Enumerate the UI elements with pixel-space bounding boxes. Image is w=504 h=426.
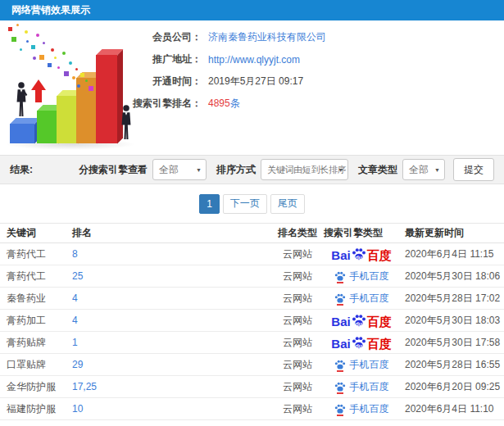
updated-cell: 2020年5月30日 17:58 [401, 336, 504, 350]
next-page-button[interactable]: 下一页 [223, 194, 267, 214]
baidu-logo-bai: Bai [331, 315, 350, 328]
rank-type-cell: 云网站 [273, 358, 322, 372]
rank-link[interactable]: 17,25 [72, 381, 97, 392]
mobile-baidu-badge: 手机百度 [334, 292, 389, 306]
header-rank: 排名 [70, 226, 273, 240]
updated-cell: 2020年6月4日 11:15 [401, 247, 504, 261]
keyword-cell: 膏药代工 [0, 270, 70, 283]
updated-cell: 2020年5月28日 17:02 [401, 292, 504, 306]
mobile-baidu-label: 手机百度 [350, 402, 389, 416]
businessman-figure-left [15, 81, 28, 124]
bar-red [96, 55, 117, 143]
mobile-baidu-label: 手机百度 [350, 270, 389, 283]
confetti-dot [75, 68, 78, 70]
mobile-baidu-label: 手机百度 [350, 380, 389, 394]
rank-type-cell: 云网站 [273, 247, 322, 261]
confetti-dot [11, 37, 16, 42]
article-type-select[interactable]: 全部 ▼ [402, 159, 445, 180]
baidu-logo-bai: Bai [331, 249, 350, 261]
rank-link[interactable]: 1 [72, 337, 78, 348]
mobile-baidu-badge: 手机百度 [334, 380, 389, 394]
keyword-cell: 膏药代工 [0, 247, 70, 261]
confetti-dot [80, 73, 84, 77]
baidu-paw-icon: du [352, 313, 366, 328]
header-keyword: 关键词 [0, 226, 70, 240]
sort-select[interactable]: 关键词由短到长排序 ▼ [261, 159, 348, 180]
baidu-logo-cn: 百度 [367, 338, 392, 350]
result-label: 结果: [10, 163, 33, 177]
bar-orange [76, 78, 97, 143]
confetti-dot [39, 55, 44, 60]
baidu-logo: Bai du 百度 [331, 335, 391, 350]
rank-link[interactable]: 4 [72, 292, 78, 304]
rank-type-cell: 云网站 [273, 336, 322, 350]
baidu-logo-du: du [355, 343, 362, 349]
growth-arrow-icon [31, 79, 46, 102]
rank-link[interactable]: 10 [72, 403, 83, 415]
updated-cell: 2020年6月20日 09:25 [401, 380, 504, 394]
page-1-button[interactable]: 1 [199, 194, 220, 214]
engine-view-label: 分搜索引擎查看 [79, 163, 148, 177]
submit-button[interactable]: 提交 [453, 158, 494, 181]
member-company-row: 会员公司： 济南秦鲁药业科技有限公司 [123, 31, 326, 43]
updated-cell: 2020年6月4日 11:10 [401, 402, 504, 416]
confetti-dot [72, 76, 75, 79]
baidu-paw-icon: du [352, 335, 366, 350]
rank-link[interactable]: 4 [72, 315, 78, 326]
baidu-logo: Bai du 百度 [331, 247, 391, 261]
table-row: 秦鲁药业 4 云网站 手机百度 2020年5月28日 17:02 [0, 288, 504, 310]
confetti-dot [48, 63, 52, 67]
rank-type-cell: 云网站 [273, 292, 322, 306]
table-row: 膏药加工 4 云网站 Bai du 百度 2020年5月30日 18:03 [0, 310, 504, 332]
paw-icon [334, 270, 346, 282]
keyword-rank-table: 关键词 排名 排名类型 搜索引擎类型 最新更新时间 膏药代工 8 云网站 Bai… [0, 223, 504, 420]
bar-yellow [57, 96, 78, 143]
member-company-link[interactable]: 济南秦鲁药业科技有限公司 [208, 30, 326, 44]
rank-link[interactable]: 8 [72, 248, 78, 260]
engine-rank-unit: 条 [230, 97, 240, 109]
table-row: 口罩贴牌 29 云网站 手机百度 2020年5月28日 16:55 [0, 354, 504, 376]
account-info-rows: 会员公司： 济南秦鲁药业科技有限公司 推广地址： http://www.qlyy… [123, 31, 326, 120]
updated-cell: 2020年5月28日 16:55 [401, 358, 504, 372]
rank-link[interactable]: 25 [72, 270, 83, 282]
mobile-baidu-badge: 手机百度 [334, 270, 389, 283]
confetti-dot [62, 52, 66, 55]
confetti-dot [25, 30, 28, 34]
mobile-baidu-label: 手机百度 [350, 358, 389, 372]
confetti-dot [69, 61, 72, 65]
table-row: 膏药代工 25 云网站 手机百度 2020年5月30日 18:06 [0, 265, 504, 288]
open-time-value: 2019年5月27日 09:17 [208, 75, 303, 88]
baidu-logo-du: du [355, 321, 362, 327]
updated-cell: 2020年5月30日 18:03 [401, 314, 504, 328]
page-title: 网络营销效果展示 [0, 0, 504, 20]
table-row: 膏药代工 8 云网站 Bai du 百度 2020年6月4日 11:15 [0, 243, 504, 265]
confetti-dot [54, 57, 57, 59]
table-row: 膏药贴牌 1 云网站 Bai du 百度 2020年5月30日 17:58 [0, 332, 504, 354]
table-header-row: 关键词 排名 排名类型 搜索引擎类型 最新更新时间 [0, 224, 504, 243]
header-updated: 最新更新时间 [401, 226, 504, 240]
pagination: 1 下一页 尾页 [0, 184, 504, 223]
sort-selected: 关键词由短到长排序 [267, 164, 346, 176]
rank-link[interactable]: 29 [72, 359, 83, 370]
confetti-dot [36, 34, 39, 37]
confetti-dot [43, 42, 45, 44]
chevron-down-icon: ▼ [196, 167, 202, 173]
updated-cell: 2020年5月30日 18:06 [401, 270, 504, 283]
engine-view-selected: 全部 [159, 163, 179, 177]
open-time-row: 开通时间： 2019年5月27日 09:17 [123, 75, 326, 88]
open-time-label: 开通时间： [123, 75, 202, 88]
paw-icon [334, 381, 346, 392]
promo-url-link[interactable]: http://www.qlyyjt.com [208, 54, 300, 66]
engine-view-select[interactable]: 全部 ▼ [152, 159, 207, 180]
baidu-logo-bai: Bai [331, 338, 350, 350]
article-type-label: 文章类型 [358, 163, 397, 177]
confetti-dot [16, 24, 19, 26]
rank-type-cell: 云网站 [273, 270, 322, 283]
keyword-cell: 金华防护服 [0, 380, 70, 394]
baidu-logo: Bai du 百度 [331, 313, 391, 328]
keyword-cell: 福建防护服 [0, 402, 70, 416]
last-page-button[interactable]: 尾页 [270, 194, 305, 214]
confetti-dot [31, 45, 35, 49]
engine-rank-count: 4895 [208, 97, 230, 109]
sort-label: 排序方式 [216, 163, 256, 177]
